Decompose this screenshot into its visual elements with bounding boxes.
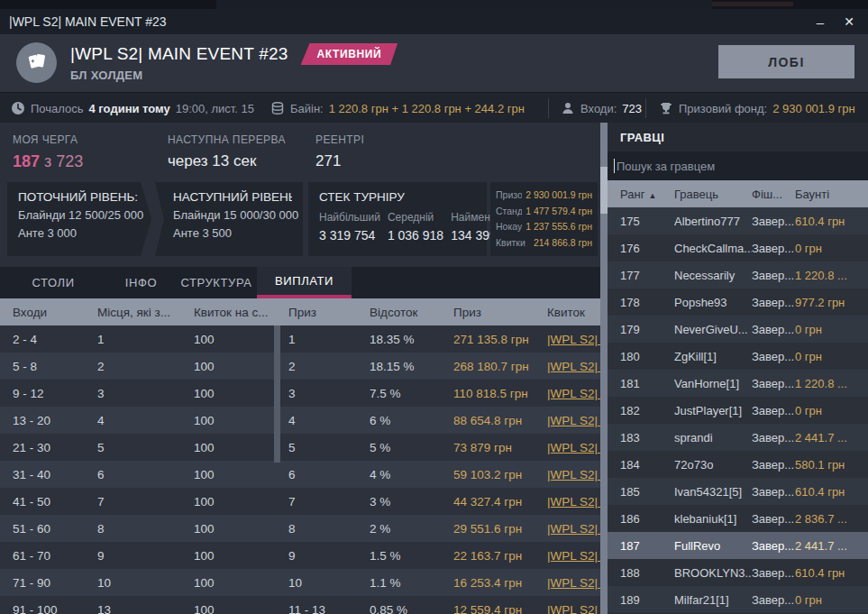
payout-ticket-link[interactable]: |WPL S2| MYS [540,333,600,346]
player-row[interactable]: 182JustPlayer[1]Завер...0 грн [608,397,868,424]
stack-column-label: Середній [388,211,443,224]
payouts-header-ticket: Квиток [540,306,600,319]
players-header-name[interactable]: Гравець [674,188,752,201]
player-name-cell: klebaniuk[1] [674,512,752,526]
payout-ticket-link[interactable]: |WPL S2| MYS [540,549,600,563]
payout-entries-cell: 5 - 8 [0,360,97,373]
my-queue-total: з 723 [40,152,83,170]
payout-ticket-count-cell: 100 [194,468,281,481]
payout-row: 21 - 30510055 %73 879 грн|WPL S2| MYS [0,434,600,461]
stack-column-value: 3 319 754 [319,228,380,243]
tab-структура[interactable]: СТРУКТУРА [176,267,257,298]
payout-ticket-link[interactable]: |WPL S2| MYS [540,495,600,509]
payout-percent-cell: 7.5 % [362,387,446,400]
player-name-cell: BROOKLYN3... [674,566,752,580]
payouts-header-percent: Відсоток [362,306,446,319]
player-status-cell: Завер... [752,593,795,607]
player-row[interactable]: 179NeverGiveU...Завер...0 грн [608,316,868,343]
payouts-inner-scrollbar-thumb[interactable] [274,325,280,463]
next-level-blinds: Блайнди 15 000/30 000 [166,208,292,222]
player-status-cell: Завер... [752,539,795,553]
payout-ticket-link[interactable]: |WPL S2| MYS [540,441,600,454]
player-row[interactable]: 189Milfar21[1]Завер...0 грн [608,586,868,613]
player-search-input[interactable] [608,151,868,180]
payout-place-cell: 1 [281,333,362,346]
payout-ticket-link[interactable]: |WPL S2| MYS [540,387,600,400]
main-scrollbar[interactable] [600,123,608,614]
entries-value: 723 [622,102,642,115]
payout-ticket-link[interactable]: |WPL S2| MYS [540,360,600,373]
payout-entries-cell: 71 - 90 [0,576,97,590]
player-row[interactable]: 180ZgKill[1]Завер...0 грн [608,343,868,370]
payout-percent-cell: 5 % [362,441,446,454]
tournament-header: |WPL S2| MAIN EVENT #23 АКТИВНИЙ БЛ ХОЛД… [0,34,868,92]
payout-places-cell: 4 [97,414,194,427]
stack-column: Середній1 036 918 [388,211,443,243]
player-name-cell: Milfar21[1] [674,593,752,607]
stack-column: Найбільший3 319 754 [319,211,380,243]
payouts-header-ticket-count: Квиток на с... [194,306,281,319]
player-row[interactable]: 187FullRevoЗавер...2 441.7 ... [608,532,868,559]
tournament-avatar [16,42,57,83]
minimize-button[interactable]: – [809,9,832,34]
player-rank-cell: 175 [608,215,674,228]
payout-ticket-count-cell: 100 [194,603,281,614]
payout-entries-cell: 51 - 60 [0,522,97,536]
window-titlebar: |WPL S2| MAIN EVENT #23 – ✕ [0,9,868,34]
player-row[interactable]: 186klebaniuk[1]Завер...2 836.7 ... [608,505,868,532]
payout-ticket-link[interactable]: |WPL S2| MYS [540,414,600,427]
main-scrollbar-thumb[interactable] [600,167,608,214]
payout-prize-cell: 73 879 грн [446,441,540,454]
players-header-bounty[interactable]: Баунті [795,188,868,201]
payout-ticket-link[interactable]: |WPL S2| MYS [540,603,600,614]
payout-place-cell: 5 [281,441,362,454]
player-name-cell: sprandi [674,431,752,444]
payout-prize-cell: 88 654.8 грн [446,414,540,427]
payout-ticket-link[interactable]: |WPL S2| MYS [540,576,600,590]
tab-столи[interactable]: СТОЛИ [0,267,106,298]
player-row[interactable]: 183sprandiЗавер...2 441.7 ... [608,424,868,451]
player-row[interactable]: 178Popshe93Завер...977.2 грн [608,289,868,316]
payout-prize-cell: 22 163.7 грн [446,549,540,563]
payout-row: 41 - 50710073 %44 327.4 грн|WPL S2| MYS [0,488,600,515]
buyin-label: Байін: [290,102,324,115]
current-level-title: ПОТОЧНИЙ РІВЕНЬ: 24 [18,190,141,204]
buyin-value: 1 220.8 грн + 1 220.8 грн + 244.2 грн [329,102,525,115]
payout-place-cell: 6 [281,468,362,481]
players-header-chips[interactable]: Фіш... [752,188,795,201]
payout-ticket-link[interactable]: |WPL S2| MYS [540,468,600,481]
payouts-inner-scrollbar[interactable] [274,325,280,614]
payout-percent-cell: 1.5 % [362,549,446,563]
player-row[interactable]: 176CheckCallma...Завер...0 грн [608,234,868,261]
player-status-cell: Завер... [752,512,795,526]
sort-asc-icon: ▲ [648,191,656,200]
payout-ticket-link[interactable]: |WPL S2| MYS [540,522,600,536]
player-row[interactable]: 175Albertino777Завер...610.4 грн [608,207,868,234]
player-row[interactable]: 181VanHorne[1]Завер...1 220.8 ... [608,370,868,397]
stack-column-label: Найбільший [319,211,380,224]
tab-виплати[interactable]: ВИПЛАТИ [257,267,352,298]
payout-entries-cell: 21 - 30 [0,441,97,454]
payout-entries-cell: 9 - 12 [0,387,97,400]
text-cursor [614,159,615,173]
player-status-cell: Завер... [752,242,795,255]
player-name-cell: FullRevo [674,539,752,553]
tournament-stack-panel: СТЕК ТУРНІРУ Найбільший3 319 754Середній… [308,182,487,256]
player-row[interactable]: 18472o73oЗавер...580.1 грн [608,451,868,478]
reentry-stat: РЕЕНТРІ 271 [315,133,364,170]
payout-place-cell: 2 [281,360,362,373]
tab-інфо[interactable]: ІНФО [106,267,176,298]
player-row[interactable]: 177NecessarilyЗавер...1 220.8 ... [608,261,868,289]
buyin-section: Байін: 1 220.8 грн + 1 220.8 грн + 244.2… [270,93,525,124]
payout-entries-cell: 13 - 20 [0,414,97,427]
lobby-button[interactable]: ЛОБІ [718,45,854,78]
players-table-body: 175Albertino777Завер...610.4 грн176Check… [608,207,868,614]
payout-place-cell: 7 [281,495,362,509]
payout-percent-cell: 18.15 % [362,360,446,373]
player-row[interactable]: 185Ivan54321[5]Завер...610.4 грн [608,478,868,505]
players-header-rank[interactable]: Ранг▲ [608,188,674,201]
payout-places-cell: 8 [97,522,194,536]
player-row[interactable]: 188BROOKLYN3...Завер...610.4 грн [608,559,868,586]
payout-places-cell: 2 [97,360,194,373]
close-button[interactable]: ✕ [837,9,861,34]
